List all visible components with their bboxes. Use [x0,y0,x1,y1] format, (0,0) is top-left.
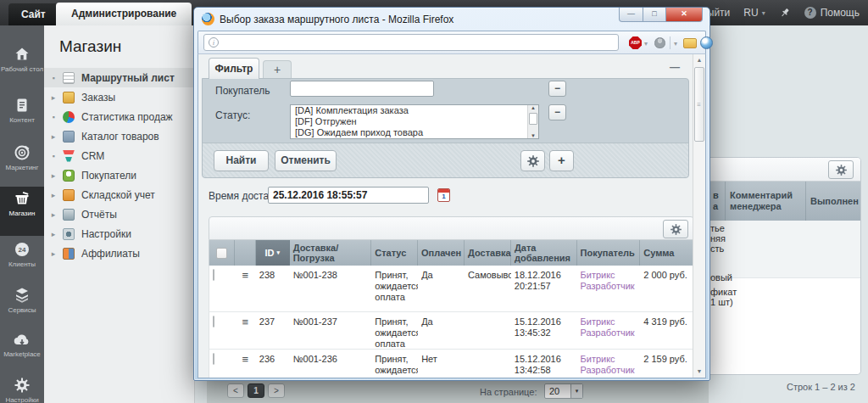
screenshot-extension-icon[interactable] [700,36,713,49]
menu-label: CRM [81,150,104,162]
cell-status: Принят, ожидается оплата [371,350,418,378]
menu-item-route-sheet[interactable]: ▪ Маршрутный лист [44,68,195,87]
collapse-filter-button[interactable]: — [670,61,680,73]
select-all-checkbox[interactable] [216,248,227,259]
status-multiselect[interactable]: [DA] Комплектация заказа [DF] Отгружен [… [290,104,539,139]
window-titlebar[interactable]: Выбор заказа маршрутного листа - Mozilla… [194,8,709,31]
menu-item-reports[interactable]: ▸ Отчёты [44,204,195,224]
rail-item-shop[interactable]: Магазин [0,187,44,236]
chevron-down-icon[interactable]: ▾ [644,40,648,48]
viewport-scrollbar[interactable]: ▲ ≡ ▼ [693,54,705,378]
menu-item-affiliates[interactable]: ▸ Аффилиаты [44,243,195,263]
column-header-id[interactable]: ID ▾ [256,240,290,266]
filter-tab[interactable]: Фильтр [209,58,259,79]
column-header-delivery[interactable]: Доставка [465,240,511,266]
menu-item-settings[interactable]: ▸ Настройки [44,224,195,243]
rail-item-desktop[interactable]: Рабочий стол [0,42,44,92]
background-grid-panel: в а Комментарий менеджера Выполнен тье н… [709,157,861,375]
add-filter-field-button[interactable]: + [549,150,574,171]
help-button[interactable]: ? Помощь [804,7,860,19]
window-maximize-button[interactable]: □ [643,8,666,22]
page-prev-button[interactable]: < [227,383,244,398]
cancel-button[interactable]: Отменить [275,150,337,171]
scroll-up-icon[interactable]: ▲ [528,105,538,110]
row-checkbox[interactable] [213,316,214,327]
menu-item-buyers[interactable]: ▸ Покупатели [44,165,195,185]
column-header-manager-comment[interactable]: Комментарий менеджера [726,182,806,221]
scrollbar-thumb[interactable] [529,113,537,125]
rail-item-content[interactable]: Контент [0,93,44,139]
row-menu-icon[interactable]: ≡ [235,312,256,349]
page-next-button[interactable]: > [268,383,285,398]
adblock-icon[interactable]: ABP [629,36,642,49]
column-header-buyer[interactable]: Покупатель [577,240,641,266]
buyer-link[interactable]: Битрикс Разработчик [577,312,641,349]
status-option[interactable]: [DA] Комплектация заказа [291,105,538,116]
expand-arrow-icon[interactable]: ▸ [44,210,63,219]
page-current-button[interactable]: 1 [248,383,264,398]
rail-item-marketplace[interactable]: Marketplace [0,329,44,372]
row-menu-icon[interactable]: ≡ [235,266,256,311]
scroll-up-icon[interactable]: ▲ [693,54,705,66]
chevron-down-icon[interactable]: ▾ [674,40,677,48]
pin-icon[interactable] [779,7,791,19]
firebug-icon[interactable] [654,37,665,48]
column-header-status[interactable]: Статус [371,240,418,266]
scrollbar-thumb[interactable]: ≡ [694,67,704,142]
remove-status-field-button[interactable]: − [548,104,566,120]
tab-admin[interactable]: Администрирование [56,3,192,25]
row-menu-icon[interactable]: ≡ [235,350,256,378]
extension-icon[interactable] [683,38,697,48]
menu-item-sales-stats[interactable]: ▪ Статистика продаж [44,107,195,126]
buyer-link[interactable]: Битрикс Разработчик [577,266,641,311]
url-input[interactable]: i [203,34,619,51]
status-option[interactable]: [DG] Ожидаем приход товара [291,127,538,138]
column-header-sum[interactable]: Сумма [640,240,693,266]
per-page-select[interactable]: 20 ▾ [544,383,583,399]
window-close-button[interactable]: ✕ [666,8,703,22]
rail-item-marketing[interactable]: Маркетинг [0,141,44,185]
settings-icon [63,228,75,240]
filter-settings-button[interactable] [520,150,545,171]
column-header-paid[interactable]: Оплачен [418,240,465,266]
grid-settings-button[interactable] [663,220,688,238]
expand-arrow-icon[interactable]: ▸ [44,93,63,102]
scroll-down-icon[interactable]: ▼ [693,366,705,378]
table-row[interactable]: ≡ 236 №001-236 Принят, ожидается оплата … [209,350,694,378]
expand-arrow-icon[interactable]: ▸ [44,171,63,180]
menu-item-catalog[interactable]: ▸ Каталог товаров [44,126,195,146]
rail-item-settings[interactable]: Настройки [0,373,44,403]
table-row[interactable]: ≡ 238 №001-238 Принят, ожидается оплата … [209,266,694,312]
add-filter-tab[interactable]: + [263,60,292,79]
expand-arrow-icon[interactable]: ▸ [44,230,63,238]
remove-buyer-field-button[interactable]: − [548,81,566,97]
menu-item-orders[interactable]: ▸ Заказы [44,87,195,107]
scroll-down-icon[interactable]: ▼ [528,133,538,138]
listbox-scrollbar[interactable]: ▲ ▼ [527,105,538,138]
calendar-icon[interactable]: 1 [437,188,450,202]
rail-item-clients[interactable]: 24 Клиенты [0,238,44,282]
cell-id: 236 [256,350,290,378]
window-minimize-button[interactable]: — [619,8,643,22]
expand-arrow-icon[interactable]: ▸ [44,191,63,199]
grid-settings-button[interactable] [828,160,854,179]
find-button[interactable]: Найти [214,150,269,171]
language-selector[interactable]: RU ▾ [743,7,765,19]
tab-site[interactable]: Сайт [8,3,58,25]
buyer-link[interactable]: Битрикс Разработчик [577,350,641,378]
status-option[interactable]: [DF] Отгружен [291,116,538,127]
column-header-shipment[interactable]: Доставка/Погрузка [290,240,372,266]
column-header-date-added[interactable]: Дата добавления [511,240,577,266]
delivery-time-input[interactable] [268,187,429,204]
buyer-input[interactable] [290,81,434,97]
row-checkbox[interactable] [213,353,214,365]
table-row[interactable]: ≡ 237 №001-237 Принят, ожидается оплата … [209,312,694,350]
column-header-done[interactable]: Выполнен [806,182,860,221]
expand-arrow-icon[interactable]: ▸ [44,249,63,258]
rail-item-services[interactable]: Сервисы [0,283,44,327]
row-checkbox[interactable] [213,269,214,281]
info-icon[interactable]: i [209,37,219,48]
menu-item-crm[interactable]: ▪ CRM [44,146,195,165]
menu-item-warehouse[interactable]: ▸ Складской учет [44,185,195,204]
expand-arrow-icon[interactable]: ▸ [44,132,63,141]
